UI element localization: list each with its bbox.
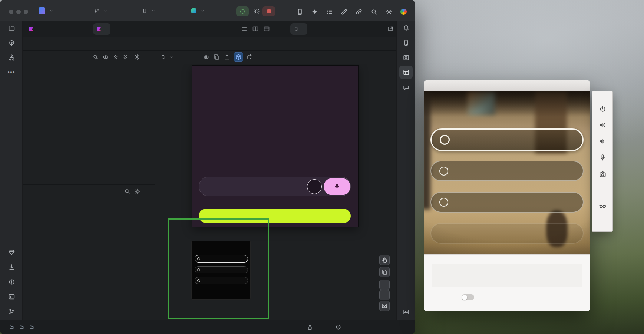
- project-tool-icon[interactable]: [5, 21, 18, 34]
- branch-selector[interactable]: [93, 6, 109, 16]
- assistant-spark-icon[interactable]: [311, 9, 318, 15]
- device-selector[interactable]: [141, 6, 156, 16]
- layer-spacing-button[interactable]: [379, 267, 390, 277]
- toggle-3d-mode-button[interactable]: [234, 52, 243, 62]
- breadcrumb-item[interactable]: [20, 325, 25, 329]
- editor-list-view-icon[interactable]: [241, 26, 248, 33]
- todo-checkbox-icon[interactable]: [440, 135, 450, 145]
- zoom-out-button[interactable]: [379, 290, 390, 300]
- terminal-tool-icon[interactable]: [5, 290, 18, 303]
- toolbar-minimize-icon[interactable]: [605, 94, 610, 99]
- inspector-options-kebab[interactable]: [375, 40, 382, 46]
- gem-plugin-icon[interactable]: [5, 246, 18, 259]
- todo-item-selected[interactable]: [430, 128, 584, 151]
- tree-hide-icon[interactable]: [144, 54, 150, 60]
- breadcrumb: [10, 320, 71, 334]
- run-options-kebab[interactable]: [279, 7, 285, 14]
- todo-checkbox-icon[interactable]: [439, 198, 448, 207]
- breadcrumb-item[interactable]: [30, 325, 35, 329]
- run-config-selector[interactable]: [190, 6, 206, 16]
- phone-screen-render[interactable]: [192, 66, 358, 227]
- plugins-link-icon[interactable]: [356, 9, 362, 15]
- tree-search-icon[interactable]: [93, 54, 99, 60]
- toolbar-close-icon[interactable]: [596, 94, 601, 99]
- gemini-chat-icon[interactable]: [399, 81, 413, 94]
- device-tab-options-kebab[interactable]: [398, 26, 404, 32]
- todo-item[interactable]: [430, 161, 584, 181]
- run-config-icon: [191, 8, 196, 13]
- tree-settings-gear-icon[interactable]: [134, 54, 140, 60]
- expand-all-icon[interactable]: [113, 54, 119, 60]
- lock-icon[interactable]: [307, 325, 313, 330]
- zoom-to-fit-button[interactable]: [379, 301, 390, 311]
- captures-tool-icon[interactable]: [399, 305, 413, 318]
- add-device-tab-icon[interactable]: [368, 26, 375, 32]
- export-snapshot-icon[interactable]: [224, 54, 230, 60]
- preview-window-icon[interactable]: [264, 26, 270, 33]
- zoom-in-button[interactable]: [379, 280, 390, 290]
- emulator-titlebar[interactable]: [424, 80, 590, 91]
- pan-mode-button[interactable]: [379, 255, 390, 265]
- tab-glimmer-todo-screen[interactable]: [26, 23, 40, 35]
- rerun-button[interactable]: [236, 6, 249, 16]
- two-finger-toggle[interactable]: [462, 294, 474, 300]
- editor-tabbar: [23, 21, 396, 37]
- inspector-hide-icon[interactable]: [386, 40, 392, 46]
- camera-button[interactable]: [599, 171, 606, 178]
- device-manager-icon[interactable]: [297, 9, 303, 15]
- screen-capture-icon[interactable]: [399, 51, 413, 64]
- power-button[interactable]: [599, 106, 606, 113]
- window-minimize-button[interactable]: [16, 10, 21, 14]
- commit-tool-icon[interactable]: [5, 36, 18, 49]
- collapse-all-icon[interactable]: [122, 54, 128, 60]
- layout-inspector-tool-icon[interactable]: [399, 66, 413, 79]
- refresh-render-icon[interactable]: [246, 54, 252, 60]
- tree-visibility-eye-icon[interactable]: [103, 54, 109, 60]
- breadcrumb-item[interactable]: [10, 325, 15, 329]
- new-task-input[interactable]: [199, 177, 351, 196]
- editor-options-kebab[interactable]: [275, 26, 281, 32]
- split-editor-icon[interactable]: [252, 26, 259, 33]
- build-icon[interactable]: [341, 9, 347, 15]
- settings-gear-icon[interactable]: [386, 9, 392, 15]
- tab-running-device[interactable]: [290, 23, 307, 35]
- hide-panel-icon[interactable]: [407, 26, 414, 32]
- project-selector[interactable]: [37, 6, 55, 16]
- todo-list-icon[interactable]: [326, 9, 333, 15]
- attributes-search-icon[interactable]: [124, 188, 130, 194]
- search-everywhere-icon[interactable]: [371, 9, 377, 15]
- more-options-icon[interactable]: [599, 219, 606, 226]
- download-tool-icon[interactable]: [5, 260, 18, 274]
- voice-input-button[interactable]: [324, 178, 350, 195]
- glasses-mode-button[interactable]: [599, 203, 606, 210]
- problems-tool-icon[interactable]: [5, 275, 18, 288]
- render-canvas[interactable]: [155, 64, 396, 320]
- phone-icon: [161, 55, 165, 60]
- inspections-status-icon[interactable]: [336, 324, 341, 330]
- attributes-hide-icon[interactable]: [144, 188, 150, 194]
- running-devices-icon[interactable]: [399, 36, 413, 49]
- attributes-settings-gear-icon[interactable]: [134, 188, 140, 194]
- window-zoom-button[interactable]: [24, 10, 28, 14]
- stop-button[interactable]: [262, 6, 275, 16]
- volume-down-button[interactable]: [599, 138, 606, 145]
- git-tool-icon[interactable]: [5, 305, 18, 318]
- debug-button[interactable]: [254, 8, 260, 14]
- add-task-button[interactable]: [307, 179, 322, 194]
- structure-tool-icon[interactable]: [5, 51, 18, 64]
- profile-avatar-icon[interactable]: [400, 9, 407, 15]
- tab-glasses-activity[interactable]: [93, 23, 110, 35]
- emulator-screen[interactable]: [424, 91, 590, 254]
- microphone-button[interactable]: [599, 154, 606, 161]
- snapshot-copy-icon[interactable]: [214, 54, 219, 60]
- volume-up-button[interactable]: [599, 121, 606, 128]
- todo-checkbox-icon[interactable]: [439, 167, 448, 176]
- back-button[interactable]: [599, 187, 606, 194]
- view-options-eye-icon[interactable]: [203, 54, 209, 60]
- more-tools-icon[interactable]: •••: [5, 66, 18, 79]
- render-device-selector[interactable]: [159, 52, 175, 62]
- todo-item[interactable]: [430, 192, 584, 213]
- window-close-button[interactable]: [9, 10, 13, 14]
- open-in-window-icon[interactable]: [387, 26, 394, 33]
- emulator-text-input[interactable]: [432, 264, 582, 287]
